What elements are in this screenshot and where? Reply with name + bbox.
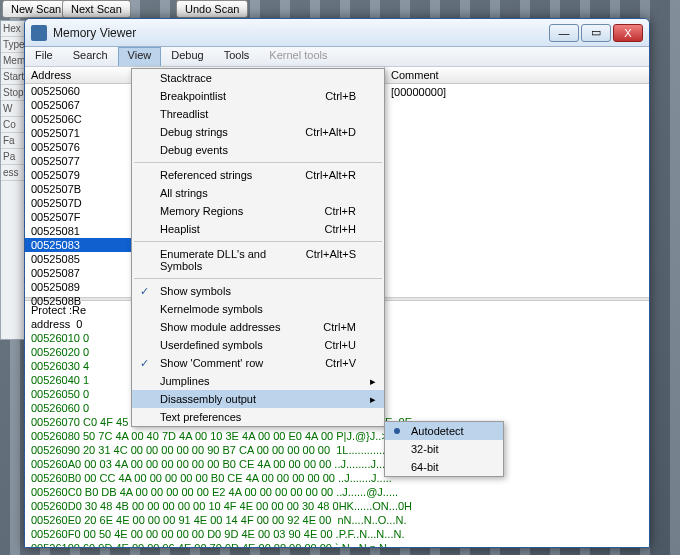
- menu-item-label: Debug events: [160, 144, 228, 156]
- menu-item-shortcut: Ctrl+B: [325, 90, 356, 102]
- hex-row[interactable]: 005260B0 00 CC 4A 00 00 00 00 00 B0 CE 4…: [31, 471, 643, 485]
- menu-item[interactable]: Disassembly output▸: [132, 390, 384, 408]
- hex-row[interactable]: 005260D0 30 48 4B 00 00 00 00 00 10 4F 4…: [31, 499, 643, 513]
- menu-separator: [134, 162, 382, 163]
- menu-search[interactable]: Search: [63, 47, 118, 66]
- menu-item-shortcut: Ctrl+U: [325, 339, 356, 351]
- hex-row[interactable]: 005260E0 20 6E 4E 00 00 00 91 4E 00 14 4…: [31, 513, 643, 527]
- comment-header[interactable]: Comment: [385, 67, 649, 84]
- menu-item[interactable]: BreakpointlistCtrl+B: [132, 87, 384, 105]
- menu-item[interactable]: Show module addressesCtrl+M: [132, 318, 384, 336]
- menu-item[interactable]: HeaplistCtrl+H: [132, 220, 384, 238]
- menu-tools[interactable]: Tools: [214, 47, 260, 66]
- menu-item[interactable]: Referenced stringsCtrl+Alt+R: [132, 166, 384, 184]
- submenu-item-label: 64-bit: [411, 461, 439, 473]
- hex-row[interactable]: 005260C0 B0 DB 4A 00 00 00 00 00 E2 4A 0…: [31, 485, 643, 499]
- menu-item-label: Userdefined symbols: [160, 339, 263, 351]
- menu-item-label: Show module addresses: [160, 321, 280, 333]
- menu-item[interactable]: Jumplines▸: [132, 372, 384, 390]
- submenu-arrow-icon: ▸: [370, 393, 376, 406]
- menu-item-label: Threadlist: [160, 108, 208, 120]
- view-dropdown-menu: StacktraceBreakpointlistCtrl+BThreadlist…: [131, 68, 385, 427]
- app-icon: [31, 25, 47, 41]
- titlebar[interactable]: Memory Viewer — ▭ X: [25, 19, 649, 47]
- new-scan-button[interactable]: New Scan: [2, 0, 70, 18]
- menu-separator: [134, 241, 382, 242]
- menu-item[interactable]: Threadlist: [132, 105, 384, 123]
- menu-item-label: Show 'Comment' row: [160, 357, 263, 369]
- menu-item-shortcut: Ctrl+H: [325, 223, 356, 235]
- next-scan-button[interactable]: Next Scan: [62, 0, 131, 18]
- menu-item[interactable]: ✓Show 'Comment' rowCtrl+V: [132, 354, 384, 372]
- menu-item[interactable]: Stacktrace: [132, 69, 384, 87]
- comment-column: Comment [00000000]: [385, 67, 649, 297]
- hex-row[interactable]: 005260F0 00 50 4E 00 00 00 00 00 D0 9D 4…: [31, 527, 643, 541]
- checkmark-icon: ✓: [140, 285, 149, 298]
- menu-item-shortcut: Ctrl+Alt+S: [306, 248, 356, 272]
- maximize-button[interactable]: ▭: [581, 24, 611, 42]
- menu-item-label: Kernelmode symbols: [160, 303, 263, 315]
- menu-debug[interactable]: Debug: [161, 47, 213, 66]
- radio-dot-icon: [394, 428, 400, 434]
- submenu-arrow-icon: ▸: [370, 375, 376, 388]
- menu-item-label: Stacktrace: [160, 72, 212, 84]
- hex-row[interactable]: 005260A0 00 03 4A 00 00 00 00 00 00 B0 C…: [31, 457, 643, 471]
- menu-item[interactable]: Userdefined symbolsCtrl+U: [132, 336, 384, 354]
- disassembly-output-submenu: Autodetect32-bit64-bit: [384, 421, 504, 477]
- menu-item-label: Disassembly output: [160, 393, 256, 405]
- menu-item[interactable]: Debug stringsCtrl+Alt+D: [132, 123, 384, 141]
- menu-item-shortcut: Ctrl+V: [325, 357, 356, 369]
- menu-item-label: Heaplist: [160, 223, 200, 235]
- menu-view[interactable]: View: [118, 47, 162, 66]
- hex-row[interactable]: 00526080 50 7C 4A 00 40 7D 4A 00 10 3E 4…: [31, 429, 643, 443]
- menubar: File Search View Debug Tools Kernel tool…: [25, 47, 649, 67]
- menu-item[interactable]: ✓Show symbols: [132, 282, 384, 300]
- menu-item[interactable]: All strings: [132, 184, 384, 202]
- submenu-item[interactable]: Autodetect: [385, 422, 503, 440]
- menu-separator: [134, 278, 382, 279]
- undo-scan-button[interactable]: Undo Scan: [176, 0, 248, 18]
- menu-item-shortcut: Ctrl+M: [323, 321, 356, 333]
- menu-item[interactable]: Kernelmode symbols: [132, 300, 384, 318]
- menu-item[interactable]: Memory RegionsCtrl+R: [132, 202, 384, 220]
- menu-item-label: Debug strings: [160, 126, 228, 138]
- menu-item[interactable]: Text preferences: [132, 408, 384, 426]
- menu-item-shortcut: Ctrl+Alt+R: [305, 169, 356, 181]
- submenu-item-label: Autodetect: [411, 425, 464, 437]
- menu-item[interactable]: Debug events: [132, 141, 384, 159]
- menu-item-label: Jumplines: [160, 375, 210, 387]
- close-button[interactable]: X: [613, 24, 643, 42]
- menu-item-label: Enumerate DLL's and Symbols: [160, 248, 306, 272]
- menu-item-shortcut: Ctrl+R: [325, 205, 356, 217]
- menu-item-label: Text preferences: [160, 411, 241, 423]
- menu-item-label: Breakpointlist: [160, 90, 226, 102]
- hex-row[interactable]: 00526100 60 9D 4E 00 00 96 4E 00 70 9D 4…: [31, 541, 643, 547]
- menu-item-label: Referenced strings: [160, 169, 252, 181]
- menu-item[interactable]: Enumerate DLL's and SymbolsCtrl+Alt+S: [132, 245, 384, 275]
- menu-file[interactable]: File: [25, 47, 63, 66]
- submenu-item-label: 32-bit: [411, 443, 439, 455]
- menu-item-label: Memory Regions: [160, 205, 243, 217]
- window-title: Memory Viewer: [53, 26, 549, 40]
- minimize-button[interactable]: —: [549, 24, 579, 42]
- submenu-item[interactable]: 64-bit: [385, 458, 503, 476]
- menu-item-shortcut: Ctrl+Alt+D: [305, 126, 356, 138]
- hex-row[interactable]: 00526090 20 31 4C 00 00 00 00 00 90 B7 C…: [31, 443, 643, 457]
- submenu-item[interactable]: 32-bit: [385, 440, 503, 458]
- menu-kernel-tools[interactable]: Kernel tools: [259, 47, 337, 66]
- menu-item-label: Show symbols: [160, 285, 231, 297]
- comment-value: [00000000]: [385, 84, 649, 100]
- menu-item-label: All strings: [160, 187, 208, 199]
- checkmark-icon: ✓: [140, 357, 149, 370]
